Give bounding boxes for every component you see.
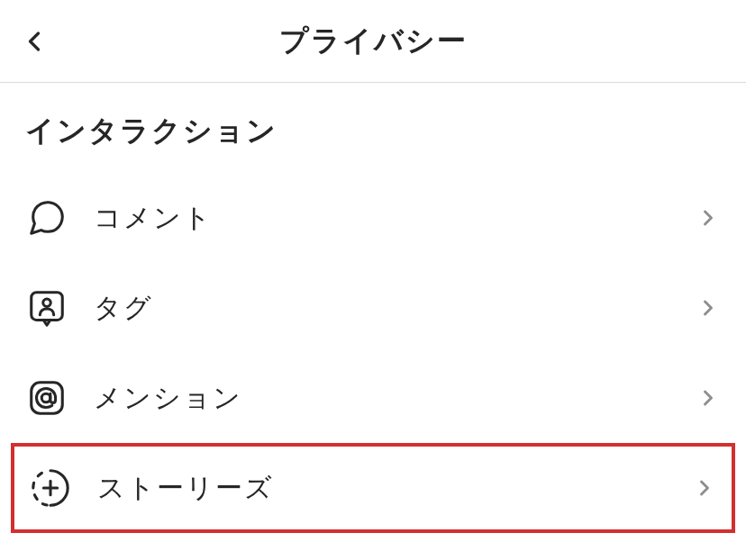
list-item-label: コメント [94,200,696,237]
list-item-stories[interactable]: ストーリーズ [11,443,735,533]
header: プライバシー [0,0,746,83]
list-item-comments[interactable]: コメント [0,173,746,263]
section-title: インタラクション [0,83,746,173]
at-sign-icon [25,376,68,420]
story-plus-icon [29,466,72,510]
tag-person-icon [25,286,68,330]
chevron-right-icon [696,295,721,321]
list-item-tags[interactable]: タグ [0,263,746,353]
list-item-label: メンション [94,380,696,417]
page-title: プライバシー [279,22,468,61]
activity-icon [25,556,68,560]
chevron-right-icon [696,385,721,411]
list-item-mentions[interactable]: メンション [0,353,746,443]
back-button[interactable] [18,25,50,58]
svg-point-1 [43,299,50,306]
list-item-label: ストーリーズ [97,470,692,507]
chevron-right-icon [692,475,717,501]
list-item-activity-status[interactable]: アクティビティのステータス [0,533,746,560]
chevron-right-icon [696,205,721,230]
chevron-left-icon [18,25,50,58]
list-item-label: タグ [94,290,696,327]
comment-icon [25,196,68,239]
